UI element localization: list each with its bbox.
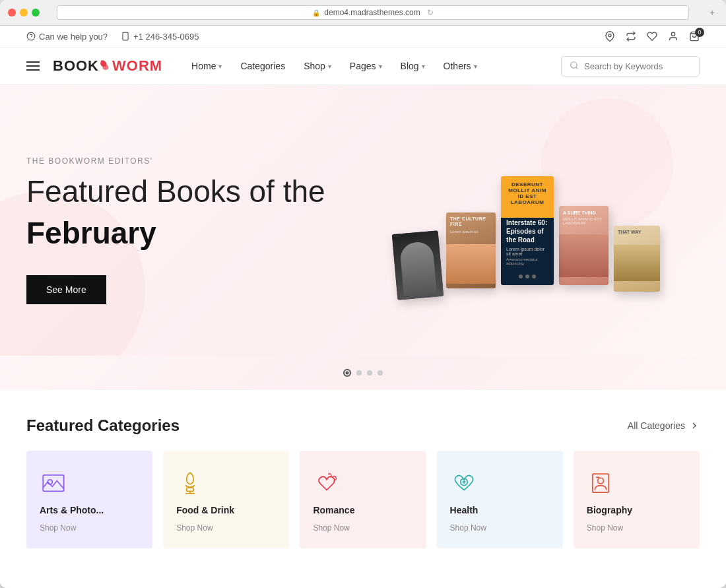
nav-shop[interactable]: Shop ▾ [294, 48, 341, 84]
biography-icon [587, 469, 614, 497]
shop-chevron-icon: ▾ [328, 63, 331, 70]
logo-book: BOOK [53, 57, 99, 75]
hamburger-menu[interactable] [26, 49, 40, 82]
slider-dots [0, 356, 726, 390]
logo-worm: WORM [112, 57, 162, 75]
main-nav: BOOK WORM Home ▾ Categories [0, 48, 726, 85]
hero-content: THE BOOKWORM EDITORS' Featured Books of … [26, 156, 325, 304]
phone-icon [121, 32, 130, 41]
category-card-bio[interactable]: Biography Shop Now [574, 451, 700, 548]
category-shop-food: Shop Now [176, 523, 213, 533]
category-name-arts: Arts & Photo... [40, 505, 104, 515]
new-tab-button[interactable]: + [706, 7, 718, 18]
website-content: Can we help you? +1 246-345-0695 [0, 26, 726, 588]
food-drink-icon [176, 469, 204, 497]
url-text: demo4.madrasthemes.com [324, 8, 420, 17]
svg-rect-11 [187, 488, 194, 491]
all-categories-link[interactable]: All Categories [628, 420, 700, 431]
others-chevron-icon: ▾ [474, 63, 477, 70]
book-cover-3: DESERUNT MOLLIT ANIM ID EST LABOARUM Int… [501, 176, 554, 285]
logo-icon [100, 59, 112, 73]
health-icon [450, 469, 478, 497]
pages-chevron-icon: ▾ [379, 63, 382, 70]
phone-text: +1 246-345-0695 [121, 32, 199, 42]
category-shop-health: Shop Now [450, 523, 486, 533]
topbar-right: 0 [605, 31, 700, 42]
location-icon[interactable] [605, 31, 615, 42]
browser-titlebar: 🔒 demo4.madrasthemes.com ↻ + [0, 0, 726, 25]
nav-pages[interactable]: Pages ▾ [341, 48, 391, 84]
svg-line-8 [576, 67, 578, 69]
category-name-romance: Romance [313, 505, 354, 515]
svg-point-5 [671, 32, 675, 36]
lock-icon: 🔒 [312, 9, 320, 16]
nav-others[interactable]: Others ▾ [434, 48, 486, 84]
svg-point-4 [609, 34, 611, 37]
svg-point-7 [571, 61, 577, 67]
search-icon [570, 61, 579, 72]
arrow-right-icon [689, 420, 700, 431]
browser-window: 🔒 demo4.madrasthemes.com ↻ + Can we help… [0, 0, 726, 588]
browser-chrome: 🔒 demo4.madrasthemes.com ↻ + [0, 0, 726, 26]
url-bar[interactable]: 🔒 demo4.madrasthemes.com ↻ [57, 5, 689, 20]
category-name-health: Health [450, 505, 478, 515]
compare-icon[interactable] [626, 31, 636, 42]
book-cover-2: THE CULTURE FIRE Lorem ipsum sit [446, 212, 496, 288]
nav-items: Home ▾ Categories Shop ▾ Pages ▾ Blog ▾ [182, 48, 561, 84]
book-cover-1 [392, 230, 444, 300]
category-card-food[interactable]: Food & Drink Shop Now [163, 451, 289, 548]
search-bar[interactable] [561, 56, 700, 77]
slider-dot-2[interactable] [356, 370, 362, 376]
help-icon [26, 32, 36, 41]
category-shop-arts: Shop Now [40, 523, 76, 533]
arts-photo-icon [40, 469, 67, 497]
maximize-button[interactable] [32, 9, 40, 16]
nav-categories[interactable]: Categories [231, 48, 294, 84]
category-shop-bio: Shop Now [587, 523, 623, 533]
hero-title-line1: Featured Books of the [26, 174, 325, 210]
search-input[interactable] [584, 61, 691, 71]
cart-icon[interactable]: 0 [689, 31, 700, 42]
book-cover-4: A SURE THING MOLLIT ANIM ID EST LABOARUM [559, 206, 609, 285]
top-info-bar: Can we help you? +1 246-345-0695 [0, 26, 726, 48]
nav-home[interactable]: Home ▾ [182, 48, 231, 84]
category-card-health[interactable]: Health Shop Now [437, 451, 563, 548]
blog-chevron-icon: ▾ [422, 63, 425, 70]
cart-count: 0 [695, 28, 704, 37]
hero-subtitle: THE BOOKWORM EDITORS' [26, 156, 325, 166]
nav-blog[interactable]: Blog ▾ [391, 48, 434, 84]
refresh-icon[interactable]: ↻ [427, 8, 434, 17]
section-header: Featured Categories All Categories [26, 416, 700, 435]
section-title: Featured Categories [26, 416, 180, 435]
category-shop-romance: Shop Now [313, 523, 349, 533]
svg-point-18 [597, 478, 603, 484]
wishlist-icon[interactable] [647, 31, 657, 42]
site-logo[interactable]: BOOK WORM [53, 48, 162, 84]
slider-dot-4[interactable] [378, 370, 383, 376]
slider-dot-1[interactable] [343, 369, 351, 377]
close-button[interactable] [8, 9, 16, 16]
minimize-button[interactable] [20, 9, 28, 16]
category-card-arts[interactable]: Arts & Photo... Shop Now [26, 451, 152, 548]
home-chevron-icon: ▾ [218, 63, 222, 70]
help-text: Can we help you? [26, 32, 108, 42]
categories-grid: Arts & Photo... Shop Now Food & Drink Sh… [26, 451, 700, 548]
book-cover-5: THAT WAY [614, 226, 660, 292]
category-name-bio: Biography [587, 505, 632, 515]
hero-cta-button[interactable]: See More [26, 275, 106, 304]
slider-dot-3[interactable] [367, 370, 372, 376]
category-name-food: Food & Drink [176, 505, 234, 515]
category-card-romance[interactable]: Romance Shop Now [300, 451, 426, 548]
hero-title-line2: February [26, 215, 325, 251]
hero-section: THE BOOKWORM EDITORS' Featured Books of … [0, 85, 726, 356]
romance-icon [313, 469, 341, 497]
categories-section: Featured Categories All Categories Arts … [0, 390, 726, 581]
account-icon[interactable] [668, 31, 678, 42]
hero-books: THE CULTURE FIRE Lorem ipsum sit DESERUN… [395, 176, 660, 285]
topbar-left: Can we help you? +1 246-345-0695 [26, 32, 199, 42]
